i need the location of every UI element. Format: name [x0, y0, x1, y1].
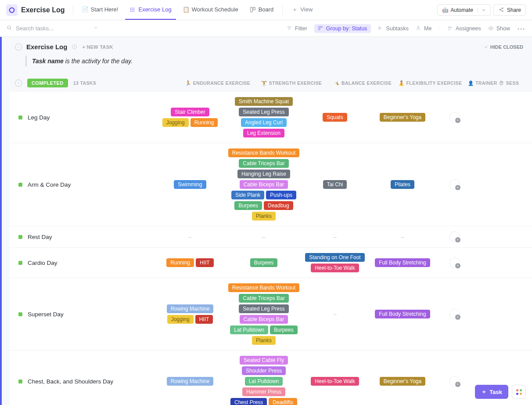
task-name-cell[interactable]: Superset Day [10, 311, 155, 318]
tag[interactable]: Push-ups [266, 191, 296, 199]
tag[interactable]: Deadbug [264, 201, 293, 210]
status-square[interactable] [18, 116, 22, 119]
me-button[interactable]: Me [416, 25, 431, 32]
tag[interactable]: Hammer Press [242, 387, 285, 396]
task-name-cell[interactable]: Cardio Day [10, 260, 155, 266]
tag[interactable]: HIIT [195, 315, 213, 324]
automate-button[interactable]: 🤖 Automate [437, 4, 491, 16]
tag[interactable]: Seated Cable Fly [240, 356, 288, 365]
tag[interactable]: Running [166, 258, 194, 267]
cell-trainer[interactable] [438, 308, 471, 320]
tag[interactable]: Standing on One Foot [305, 253, 364, 262]
tag[interactable]: Swimming [174, 180, 206, 189]
tag[interactable]: Running [191, 118, 218, 127]
assign-avatar[interactable] [449, 257, 460, 268]
cell-endurance[interactable]: RunningHIIT [155, 257, 225, 268]
tag[interactable]: Planks [252, 336, 276, 345]
tag[interactable]: Smith Machine Squat [235, 97, 293, 106]
tag[interactable]: Seated Leg Press [239, 304, 288, 313]
assign-avatar[interactable] [449, 112, 460, 123]
status-square[interactable] [18, 235, 22, 239]
more-menu[interactable]: ⋯ [517, 24, 526, 33]
add-view[interactable]: ＋ View [287, 0, 317, 20]
col-strength[interactable]: 🏋️STRENGTH EXERCISE [252, 80, 331, 86]
col-sessions[interactable]: ⏱SESS [499, 80, 519, 86]
cell-balance[interactable]: – [303, 310, 367, 318]
tag[interactable]: Burpees [270, 325, 298, 334]
task-name-cell[interactable]: Chest, Back, and Shoulders Day [10, 378, 155, 385]
tag[interactable]: Angled Leg Curl [241, 118, 287, 127]
tag[interactable]: Cable Biceps Bar [240, 180, 288, 189]
info-icon[interactable] [72, 44, 78, 50]
tab-workout-schedule[interactable]: 📋 Workout Schedule [179, 0, 243, 20]
cell-trainer[interactable] [438, 375, 471, 387]
new-task-button[interactable]: + NEW TASK [82, 44, 113, 50]
tag[interactable]: Cable Triceps Bar [239, 294, 288, 303]
assign-avatar[interactable] [449, 376, 460, 387]
cell-balance[interactable]: Heel-to-Toe Walk [303, 376, 367, 387]
cell-balance[interactable]: Standing on One FootHeel-to-Toe Walk [303, 252, 367, 273]
cell-balance[interactable]: Squats [303, 112, 367, 123]
col-flexibility[interactable]: 🧘FLEXIBILITY EXERCISE [395, 80, 466, 86]
tag[interactable]: HIIT [196, 258, 214, 267]
cell-strength[interactable]: Resistance Bands WorkoutCable Triceps Ba… [225, 148, 303, 221]
cell-flexc[interactable]: Full Body Stretching [367, 257, 438, 268]
tag[interactable]: Full Body Stretching [375, 310, 430, 318]
cell-strength[interactable]: Resistance Bands WorkoutCable Triceps Ba… [225, 282, 303, 346]
task-name-cell[interactable]: Arm & Core Day [10, 181, 155, 188]
task-row[interactable]: Leg DayStair ClimberJoggingRunningSmith … [10, 92, 532, 143]
share-button[interactable]: Share [493, 4, 526, 16]
collapse-toggle[interactable] [15, 43, 22, 51]
chevron-down-icon[interactable] [93, 25, 98, 32]
cell-balance[interactable]: – [303, 232, 367, 241]
cell-endurance[interactable]: – [155, 232, 225, 241]
tag[interactable]: Stair Climber [171, 108, 209, 116]
tag[interactable]: Squats [323, 113, 347, 122]
task-row[interactable]: Cardio DayRunningHIITBurpeesStanding on … [10, 247, 532, 278]
col-trainer[interactable]: 👤TRAINER [466, 80, 499, 86]
cell-endurance[interactable]: Rowing MachineJoggingHIIT [155, 304, 225, 325]
cell-strength[interactable]: Seated Cable FlyShoulder PressLat Pulldo… [225, 355, 303, 405]
task-name-cell[interactable]: Rest Day [10, 234, 155, 240]
new-task-fab[interactable]: ＋ Task [475, 385, 508, 399]
tab-start-here[interactable]: 📄 Start Here! [78, 0, 123, 20]
tag[interactable]: Lat Pulldown [245, 377, 283, 386]
task-row[interactable]: Superset DayRowing MachineJoggingHIITRes… [10, 278, 532, 350]
search-box[interactable] [6, 25, 98, 32]
tag[interactable]: Resistance Bands Workout [228, 283, 300, 292]
tag[interactable]: Hanging Leg Raise [237, 170, 290, 178]
col-balance[interactable]: 🤸BALANCE EXERCISE [331, 80, 395, 86]
cell-flexc[interactable]: Full Body Stretching [367, 309, 438, 319]
task-name-cell[interactable]: Leg Day [10, 114, 155, 121]
tag[interactable]: Beginner's Yoga [380, 113, 425, 122]
hide-closed-button[interactable]: HIDE CLOSED [484, 44, 523, 50]
cell-trainer[interactable] [438, 257, 471, 269]
tab-board[interactable]: Board [245, 0, 278, 20]
tag[interactable]: Pilates [391, 180, 414, 189]
assignees-button[interactable]: Assignees [447, 25, 481, 32]
task-row[interactable]: Chest, Back, and Shoulders DayRowing Mac… [10, 350, 532, 405]
tag[interactable]: Lat Pulldown [230, 325, 268, 334]
tag[interactable]: Jogging [162, 118, 189, 127]
apps-fab[interactable] [512, 385, 526, 399]
cell-trainer[interactable] [438, 231, 471, 243]
filter-button[interactable]: Filter [287, 25, 307, 32]
tag[interactable]: Seated Leg Press [239, 108, 288, 116]
cell-endurance[interactable]: Stair ClimberJoggingRunning [155, 107, 225, 128]
task-row[interactable]: Rest Day–––– [10, 226, 532, 247]
tag[interactable]: Rowing Machine [167, 377, 214, 386]
status-square[interactable] [18, 261, 22, 265]
cell-flexc[interactable]: Pilates [367, 179, 438, 190]
status-square[interactable] [18, 312, 22, 316]
status-square[interactable] [18, 183, 22, 187]
tag[interactable]: Side Plank [231, 191, 264, 199]
tag[interactable]: Burpees [250, 258, 278, 267]
cell-flexc[interactable]: Beginner's Yoga [367, 376, 438, 387]
cell-strength[interactable]: Burpees [225, 257, 303, 268]
tag[interactable]: Resistance Bands Workout [228, 148, 300, 157]
tag[interactable]: Full Body Stretching [375, 258, 430, 267]
cell-trainer[interactable] [438, 111, 471, 123]
cell-flexc[interactable]: – [367, 232, 438, 241]
tag[interactable]: Leg Extension [243, 129, 284, 137]
cell-endurance[interactable]: Swimming [155, 179, 225, 190]
